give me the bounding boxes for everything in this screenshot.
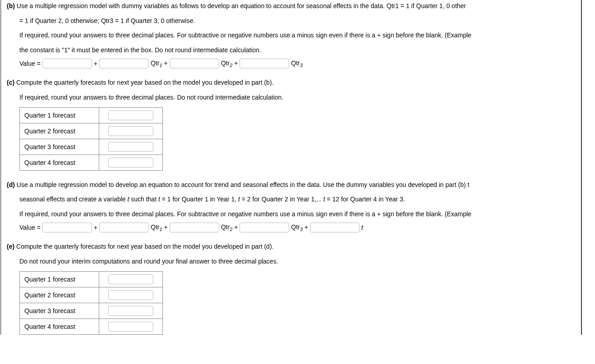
plus-label: + — [94, 224, 97, 231]
qtr3-label: Qtr3 + — [291, 223, 308, 232]
table-row: Quarter 4 forecast — [20, 155, 163, 170]
b-qtr1-coef-input[interactable] — [99, 59, 149, 68]
part-b-label: (b) — [7, 2, 15, 9]
forecast-row-label: Quarter 1 forecast — [20, 271, 99, 287]
value-equals-label: Value = — [19, 224, 41, 231]
c-q1-forecast-input[interactable] — [108, 110, 153, 120]
qtr3-label: Qtr3 — [291, 59, 303, 68]
qtr2-label: Qtr2 + — [221, 59, 238, 68]
part-d-text-1a: Use a multiple regression model to devel… — [17, 181, 470, 188]
d-t-coef-input[interactable] — [310, 223, 360, 232]
c-q4-forecast-input[interactable] — [108, 158, 153, 168]
c-q2-forecast-input[interactable] — [108, 126, 153, 136]
part-d-prompt: (d) Use a multiple regression model to d… — [7, 179, 576, 191]
b-qtr2-coef-input[interactable] — [170, 59, 219, 68]
table-row: Quarter 3 forecast — [20, 303, 163, 318]
part-c-text-2: If required, round your answers to three… — [7, 91, 576, 104]
part-b-text-2b: the constant is "1" it must be entered i… — [7, 44, 576, 56]
part-d-label: (d) — [7, 181, 15, 188]
table-row: Quarter 3 forecast — [20, 139, 163, 155]
d-qtr2-coef-input[interactable] — [170, 223, 219, 232]
table-row: Quarter 2 forecast — [20, 123, 163, 139]
e-q4-forecast-input[interactable] — [108, 322, 153, 332]
qtr1-label: Qtr1 + — [151, 223, 168, 232]
b-intercept-input[interactable] — [42, 59, 92, 68]
part-e: (e) Compute the quarterly forecasts for … — [7, 241, 576, 334]
part-b-equation: Value = + Qtr1 + Qtr2 + Qtr3 — [7, 59, 576, 68]
part-e-label: (e) — [7, 243, 14, 250]
part-c: (c) Compute the quarterly forecasts for … — [7, 77, 576, 170]
part-d-text-2: If required, round your answers to three… — [7, 208, 576, 220]
part-b-text-2: If required, round your answers to three… — [7, 29, 576, 41]
forecast-row-label: Quarter 2 forecast — [20, 123, 99, 139]
table-row: Quarter 1 forecast — [20, 271, 163, 287]
forecast-row-label: Quarter 3 forecast — [20, 303, 99, 318]
qtr2-label: Qtr2 + — [221, 223, 238, 232]
plus-label: + — [94, 60, 97, 67]
qtr1-label: Qtr1 + — [151, 59, 168, 68]
forecast-row-label: Quarter 1 forecast — [20, 107, 99, 123]
forecast-row-label: Quarter 4 forecast — [20, 318, 99, 334]
part-c-label: (c) — [7, 79, 14, 86]
part-c-forecast-table: Quarter 1 forecast Quarter 2 forecast Qu… — [19, 107, 163, 171]
e-q2-forecast-input[interactable] — [108, 290, 153, 300]
e-q1-forecast-input[interactable] — [108, 274, 153, 284]
part-b-prompt: (b) Use a multiple regression model with… — [7, 0, 576, 12]
part-d-text-1b: seasonal effects and create a variable t… — [7, 193, 576, 205]
e-q3-forecast-input[interactable] — [108, 306, 153, 316]
c-q3-forecast-input[interactable] — [108, 142, 153, 152]
forecast-row-label: Quarter 3 forecast — [20, 139, 99, 155]
forecast-row-label: Quarter 2 forecast — [20, 287, 99, 303]
forecast-row-label: Quarter 4 forecast — [20, 155, 99, 170]
part-d: (d) Use a multiple regression model to d… — [7, 179, 576, 233]
part-b-text-1: Use a multiple regression model with dum… — [17, 2, 466, 9]
table-row: Quarter 1 forecast — [20, 107, 163, 123]
d-qtr3-coef-input[interactable] — [240, 223, 289, 232]
part-c-text-1: Compute the quarterly forecasts for next… — [16, 79, 273, 86]
part-e-forecast-table: Quarter 1 forecast Quarter 2 forecast Qu… — [19, 271, 163, 335]
part-b: (b) Use a multiple regression model with… — [7, 0, 576, 68]
t-label: t — [361, 224, 363, 231]
part-b-text-1b: = 1 if Quarter 2, 0 otherwise; Qtr3 = 1 … — [7, 15, 576, 27]
part-c-prompt: (c) Compute the quarterly forecasts for … — [7, 77, 576, 89]
table-row: Quarter 2 forecast — [20, 287, 163, 303]
d-intercept-input[interactable] — [42, 223, 92, 232]
b-qtr3-coef-input[interactable] — [240, 59, 289, 68]
part-d-equation: Value = + Qtr1 + Qtr2 + Qtr3 + t — [7, 223, 576, 232]
d-qtr1-coef-input[interactable] — [99, 223, 149, 232]
value-equals-label: Value = — [19, 60, 41, 67]
part-e-text-2: Do not round your interim computations a… — [7, 255, 576, 268]
part-e-text-1: Compute the quarterly forecasts for next… — [16, 243, 273, 250]
table-row: Quarter 4 forecast — [20, 318, 163, 334]
part-e-prompt: (e) Compute the quarterly forecasts for … — [7, 241, 576, 253]
